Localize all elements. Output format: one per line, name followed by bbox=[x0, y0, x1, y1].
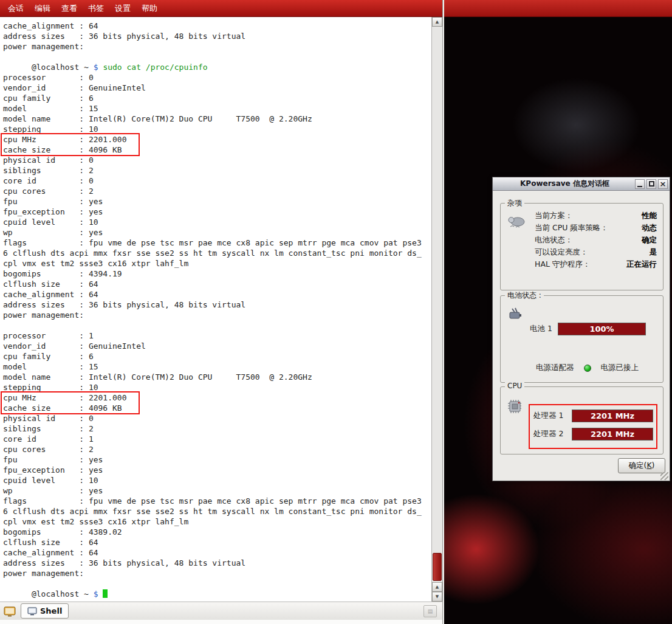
terminal-line: cache_alignment : 64 bbox=[3, 289, 431, 300]
scroll-down-icon: ▼ bbox=[436, 594, 439, 599]
terminal-line: processor : 0 bbox=[3, 72, 431, 83]
misc-label: 当前 CPU 频率策略： bbox=[535, 223, 608, 233]
window-edge-gap bbox=[443, 0, 444, 624]
session-tabbar: Shell ▤ bbox=[0, 602, 442, 620]
battery-label: 电池 1 bbox=[530, 324, 552, 334]
terminal-screen[interactable]: cache_alignment : 64address sizes : 36 b… bbox=[0, 17, 442, 602]
cpu-frequency-bar: 2201 MHz bbox=[572, 410, 653, 422]
desktop: 会话编辑查看书签设置帮助 cache_alignment : 64address… bbox=[0, 0, 672, 624]
terminal-line: vendor_id : GenuineIntel bbox=[3, 341, 431, 351]
menu-item-6[interactable]: 帮助 bbox=[136, 0, 163, 16]
terminal-line: siblings : 2 bbox=[3, 423, 431, 434]
terminal-line bbox=[3, 320, 431, 331]
cpu-icon bbox=[506, 398, 525, 415]
misc-value: 是 bbox=[650, 247, 657, 258]
terminal-line: power management: bbox=[3, 310, 431, 320]
terminal-line: 6 clflush dts acpi mmx fxsr sse sse2 ss … bbox=[3, 248, 431, 258]
terminal-line: wp : yes bbox=[3, 227, 431, 238]
kpowersave-icon bbox=[507, 212, 526, 229]
scroll-up-icon: ▲ bbox=[436, 19, 439, 24]
terminal-line: cache_alignment : 64 bbox=[3, 547, 431, 558]
resize-grip[interactable] bbox=[660, 472, 668, 480]
scroll-up-icon: ▲ bbox=[436, 585, 439, 589]
group-cpu-legend: CPU bbox=[505, 382, 524, 390]
terminal-line: bogomips : 4389.02 bbox=[3, 527, 431, 537]
close-button[interactable]: × bbox=[658, 179, 668, 189]
terminal-line: processor : 1 bbox=[3, 331, 431, 341]
menu-item-1[interactable]: 会话 bbox=[2, 0, 29, 16]
adapter-status: 电源已接上 bbox=[601, 363, 639, 373]
ok-button[interactable]: 确定(K) bbox=[618, 458, 665, 473]
misc-value: 性能 bbox=[642, 211, 657, 221]
close-icon: × bbox=[660, 180, 667, 188]
terminal-line bbox=[3, 578, 431, 589]
terminal-line: cache size : 4096 KB bbox=[3, 403, 431, 413]
battery-row: 电池 1 100% bbox=[530, 323, 646, 335]
terminal-line: wp : yes bbox=[3, 485, 431, 496]
maximize-button[interactable] bbox=[646, 179, 656, 189]
terminal-line: model : 15 bbox=[3, 362, 431, 372]
dialog-title: KPowersave 信息对话框 bbox=[496, 179, 633, 189]
cpu-row: 处理器 12201 MHz bbox=[533, 406, 653, 425]
minimize-button[interactable] bbox=[635, 179, 645, 189]
menu-item-3[interactable]: 查看 bbox=[56, 0, 83, 16]
tab-shell[interactable]: Shell bbox=[21, 603, 69, 619]
adapter-label: 电源适配器 bbox=[536, 363, 574, 373]
terminal-line: power management: bbox=[3, 41, 431, 52]
terminal-line: stepping : 10 bbox=[3, 382, 431, 393]
menu-item-2[interactable]: 编辑 bbox=[29, 0, 56, 16]
terminal-line: cpu family : 6 bbox=[3, 93, 431, 103]
terminal-line: stepping : 10 bbox=[3, 124, 431, 134]
dialog-titlebar[interactable]: KPowersave 信息对话框 × bbox=[493, 177, 670, 191]
menu-item-5[interactable]: 设置 bbox=[109, 0, 136, 16]
cpu-frequency-bar: 2201 MHz bbox=[572, 428, 653, 441]
terminal-line: core id : 1 bbox=[3, 434, 431, 444]
terminal-line: address sizes : 36 bits physical, 48 bit… bbox=[3, 558, 431, 568]
battery-progressbar: 100% bbox=[558, 323, 646, 335]
scrollbar-up-button-2[interactable]: ▲ bbox=[432, 582, 442, 592]
adapter-row: 电源适配器 电源已接上 bbox=[536, 363, 639, 373]
cpu-label: 处理器 1 bbox=[533, 411, 567, 421]
terminal-line: @localhost ~ $ sudo cat /proc/cpuinfo bbox=[3, 62, 431, 72]
terminal-line: physical id : 0 bbox=[3, 413, 431, 423]
terminal-line: cpu cores : 2 bbox=[3, 186, 431, 196]
misc-row: HAL 守护程序：正在运行 bbox=[535, 258, 657, 270]
misc-row: 当前 CPU 频率策略：动态 bbox=[535, 222, 657, 234]
terminal-line: cpuid level : 10 bbox=[3, 217, 431, 227]
group-battery: 电池状态 : 电池 1 100% 电源适配器 电源已接上 bbox=[500, 295, 663, 383]
minimize-icon bbox=[637, 186, 642, 187]
misc-value: 正在运行 bbox=[626, 259, 657, 270]
new-session-button[interactable] bbox=[1, 603, 18, 619]
misc-value: 确定 bbox=[642, 235, 657, 245]
menu-bar: 会话编辑查看书签设置帮助 bbox=[0, 0, 442, 17]
terminal-line: cpu family : 6 bbox=[3, 351, 431, 362]
battery-percent: 100% bbox=[589, 324, 614, 334]
scrollbar-down-button[interactable]: ▼ bbox=[432, 592, 442, 602]
terminal-line: flags : fpu vme de pse tsc msr pae mce c… bbox=[3, 496, 431, 506]
terminal-line: power management: bbox=[3, 568, 431, 578]
terminal-icon bbox=[27, 607, 37, 615]
menu-item-4[interactable]: 书签 bbox=[83, 0, 109, 16]
terminal-scrollbar[interactable]: ▲ ▲ ▼ bbox=[431, 17, 442, 602]
scrollbar-thumb[interactable] bbox=[433, 553, 442, 581]
terminal-line: address sizes : 36 bits physical, 48 bit… bbox=[3, 300, 431, 310]
misc-label: 当前方案： bbox=[535, 211, 573, 221]
terminal-line: model name : Intel(R) Core(TM)2 Duo CPU … bbox=[3, 114, 431, 124]
misc-row: 当前方案：性能 bbox=[535, 210, 657, 222]
terminal-line: clflush size : 64 bbox=[3, 279, 431, 289]
terminal-line: flags : fpu vme de pse tsc msr pae mce c… bbox=[3, 238, 431, 248]
maximize-icon bbox=[649, 181, 654, 187]
group-battery-legend: 电池状态 : bbox=[505, 290, 544, 301]
terminal-line: core id : 0 bbox=[3, 176, 431, 186]
window-bottom-edge bbox=[0, 620, 442, 624]
group-cpu: CPU 处理器 12201 MHz处理器 22201 MHz bbox=[500, 386, 663, 454]
terminal-output[interactable]: cache_alignment : 64address sizes : 36 b… bbox=[0, 17, 431, 602]
scrollbar-up-button[interactable]: ▲ bbox=[432, 17, 442, 27]
session-list-button[interactable]: ▤ bbox=[423, 605, 437, 617]
terminal-line: cache size : 4096 KB bbox=[3, 145, 431, 155]
terminal-line: siblings : 2 bbox=[3, 165, 431, 176]
power-led-icon bbox=[584, 365, 591, 372]
terminal-line: cache_alignment : 64 bbox=[3, 21, 431, 31]
misc-label: 电池状态： bbox=[535, 235, 573, 245]
terminal-line: cpuid level : 10 bbox=[3, 475, 431, 485]
